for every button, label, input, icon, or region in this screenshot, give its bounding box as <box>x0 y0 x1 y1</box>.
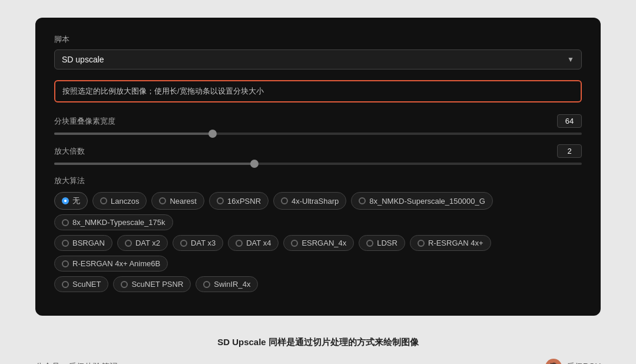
script-label: 脚本 <box>54 34 582 45</box>
radio-dot-resrgan4xanime <box>62 260 69 267</box>
footer: 公众号：乐伊体验笔记 🧑 乐伊ROY <box>0 359 636 364</box>
algo-btn-wu[interactable]: 无 <box>54 192 88 210</box>
algo-label-nearest: Nearest <box>170 197 197 206</box>
algo-btn-datx2[interactable]: DAT x2 <box>117 235 168 251</box>
scale-value: 2 <box>557 144 582 158</box>
algo-btn-nearest[interactable]: Nearest <box>151 192 204 210</box>
algo-label-4xultrasharp: 4x-UltraSharp <box>292 197 339 206</box>
radio-dot-scunet <box>62 281 69 288</box>
algo-label-resrgan4xplus: R-ESRGAN 4x+ <box>428 239 483 247</box>
radio-dot-swinir4x <box>203 281 210 288</box>
algo-btn-4xultrasharp[interactable]: 4x-UltraSharp <box>273 192 346 210</box>
radio-dot-datx3 <box>180 240 187 247</box>
algo-btn-lanczos[interactable]: Lanczos <box>92 192 147 210</box>
scale-fill <box>54 163 254 165</box>
algo-label-lanczos: Lanczos <box>111 197 139 206</box>
algo-label-esrgan4x: ESRGAN_4x <box>302 239 346 247</box>
algo-label-resrgan4xanime: R-ESRGAN 4x+ Anime6B <box>72 259 160 268</box>
caption-section: SD Upscale 同样是通过切片处理的方式来绘制图像 <box>217 337 419 348</box>
algo-btn-datx3[interactable]: DAT x3 <box>173 235 223 251</box>
algo-btn-esrgan4x[interactable]: ESRGAN_4x <box>283 235 354 251</box>
caption-text: SD Upscale 同样是通过切片处理的方式来绘制图像 <box>217 337 419 347</box>
algo-label-bsrgan: BSRGAN <box>72 239 105 247</box>
radio-dot-16xpsnr <box>217 197 224 204</box>
radio-dot-datx2 <box>125 240 132 247</box>
algorithm-section: 放大算法 无LanczosNearest16xPSNR4x-UltraSharp… <box>54 176 582 292</box>
tile-size-label: 分块重叠像素宽度 <box>54 116 115 127</box>
algo-label-wu: 无 <box>72 196 80 206</box>
algo-btn-8xnmkd_superscale[interactable]: 8x_NMKD-Superscale_150000_G <box>351 192 493 210</box>
radio-dot-lanczos <box>100 197 107 204</box>
footer-left-name: 乐伊体验笔记 <box>68 362 118 364</box>
algo-btn-bsrgan[interactable]: BSRGAN <box>54 235 112 251</box>
algo-btn-resrgan4xplus[interactable]: R-ESRGAN 4x+ <box>410 235 491 251</box>
algo-label-datx3: DAT x3 <box>191 239 216 247</box>
radio-dot-nearest <box>159 197 166 204</box>
scale-label: 放大倍数 <box>54 146 85 157</box>
footer-left: 公众号：乐伊体验笔记 <box>35 362 118 364</box>
algo-label-16xpsnr: 16xPSNR <box>227 197 261 206</box>
radio-dot-8xnmkd_superscale <box>359 197 366 204</box>
algo-label-scunet: ScuNET <box>72 280 101 289</box>
radio-dot-scunetpsnr <box>121 281 128 288</box>
algo-btn-scunet[interactable]: ScuNET <box>54 276 108 292</box>
footer-left-label: 公众号： <box>35 362 68 364</box>
radio-dot-4xultrasharp <box>281 197 288 204</box>
algo-label-datx4: DAT x4 <box>246 239 271 247</box>
tile-size-track[interactable] <box>54 133 582 135</box>
tile-size-thumb[interactable] <box>208 130 217 138</box>
algo-btn-datx4[interactable]: DAT x4 <box>228 235 279 251</box>
algo-label-datx2: DAT x2 <box>135 239 160 247</box>
radio-dot-datx4 <box>236 240 243 247</box>
algo-label-scunetpsnr: ScuNET PSNR <box>131 280 183 289</box>
info-box: 按照选定的比例放大图像；使用长/宽拖动条以设置分块大小 <box>54 80 582 102</box>
algo-label-8xnmkd_typescale: 8x_NMKD-Typescale_175k <box>72 218 165 227</box>
script-dropdown[interactable]: SD upscale ▼ <box>54 49 582 70</box>
dropdown-arrow-icon: ▼ <box>567 55 574 64</box>
script-value: SD upscale <box>62 55 104 64</box>
info-text: 按照选定的比例放大图像；使用长/宽拖动条以设置分块大小 <box>62 87 264 95</box>
algorithm-row-3: ScuNETScuNET PSNRSwinIR_4x <box>54 276 582 292</box>
radio-dot-wu <box>62 197 69 204</box>
algorithm-row-2: BSRGANDAT x2DAT x3DAT x4ESRGAN_4xLDSRR-E… <box>54 235 582 272</box>
algorithm-row-1: 无LanczosNearest16xPSNR4x-UltraSharp8x_NM… <box>54 192 582 230</box>
algo-btn-8xnmkd_typescale[interactable]: 8x_NMKD-Typescale_175k <box>54 214 173 230</box>
tile-size-fill <box>54 133 213 135</box>
avatar-icon: 🧑 <box>545 359 562 364</box>
algo-btn-resrgan4xanime[interactable]: R-ESRGAN 4x+ Anime6B <box>54 256 168 272</box>
algo-label-8xnmkd_superscale: 8x_NMKD-Superscale_150000_G <box>369 197 485 206</box>
footer-right-name: 乐伊ROY <box>567 362 601 364</box>
algorithm-label: 放大算法 <box>54 176 582 186</box>
algo-btn-swinir4x[interactable]: SwinIR_4x <box>196 276 258 292</box>
radio-dot-resrgan4xplus <box>418 240 425 247</box>
script-section: 脚本 SD upscale ▼ <box>54 34 582 70</box>
tile-size-section: 分块重叠像素宽度 64 <box>54 114 582 135</box>
algo-label-swinir4x: SwinIR_4x <box>214 280 250 289</box>
tile-size-value: 64 <box>557 114 582 128</box>
radio-dot-ldsr <box>366 240 373 247</box>
scale-section: 放大倍数 2 <box>54 144 582 165</box>
algo-label-ldsr: LDSR <box>377 239 398 247</box>
algo-btn-16xpsnr[interactable]: 16xPSNR <box>209 192 269 210</box>
radio-dot-bsrgan <box>62 240 69 247</box>
scale-track[interactable] <box>54 163 582 165</box>
main-card: 脚本 SD upscale ▼ 按照选定的比例放大图像；使用长/宽拖动条以设置分… <box>35 18 601 316</box>
algo-btn-ldsr[interactable]: LDSR <box>359 235 405 251</box>
footer-right: 🧑 乐伊ROY <box>545 359 601 364</box>
radio-dot-esrgan4x <box>291 240 298 247</box>
radio-dot-8xnmkd_typescale <box>62 219 69 226</box>
algo-btn-scunetpsnr[interactable]: ScuNET PSNR <box>113 276 191 292</box>
scale-thumb[interactable] <box>250 160 259 168</box>
